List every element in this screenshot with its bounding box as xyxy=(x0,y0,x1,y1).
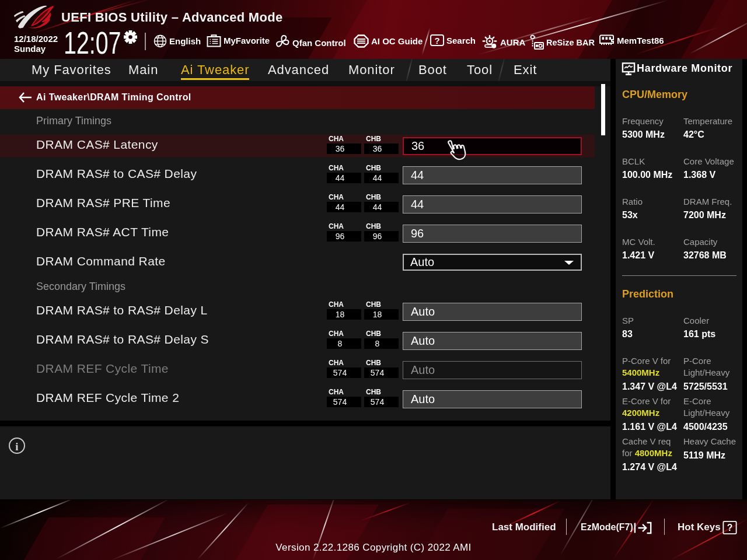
svg-text:?: ? xyxy=(434,36,439,46)
svg-text:?: ? xyxy=(727,523,733,533)
